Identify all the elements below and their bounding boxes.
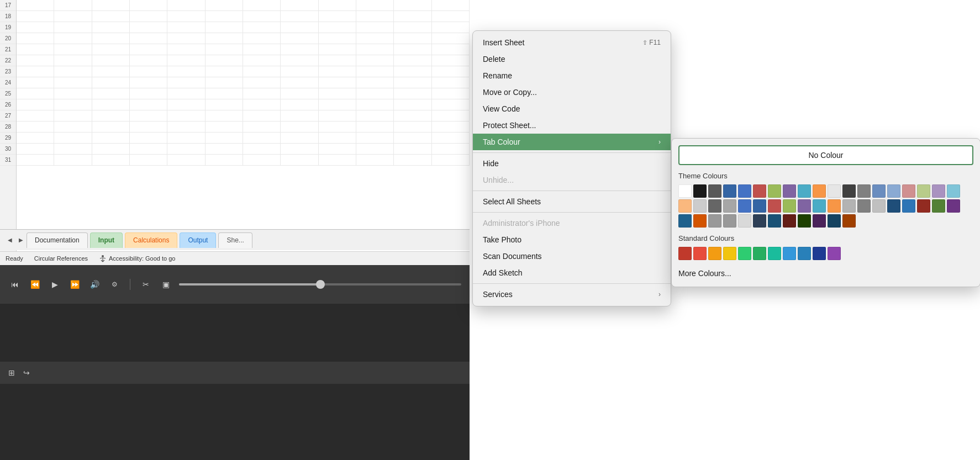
menu-item-scan-docs[interactable]: Scan Documents — [473, 248, 671, 265]
colour-swatch[interactable] — [887, 184, 900, 198]
grid-cell[interactable] — [394, 55, 431, 66]
grid-cell[interactable] — [130, 11, 167, 22]
grid-cell[interactable] — [356, 0, 394, 11]
grid-cell[interactable] — [432, 77, 470, 88]
colour-swatch[interactable] — [783, 247, 796, 260]
colour-swatch[interactable] — [723, 247, 736, 260]
grid-cell[interactable] — [167, 77, 205, 88]
colour-swatch[interactable] — [678, 247, 692, 260]
grid-cell[interactable] — [92, 55, 130, 66]
menu-item-protect-sheet[interactable]: Protect Sheet... — [473, 117, 671, 134]
grid-cell[interactable] — [432, 121, 470, 133]
grid-cell[interactable] — [130, 77, 167, 88]
menu-item-delete[interactable]: Delete — [473, 51, 671, 67]
grid-cell[interactable] — [281, 66, 318, 77]
grid-cell[interactable] — [167, 133, 205, 144]
grid-cell[interactable] — [281, 44, 318, 55]
grid-cell[interactable] — [432, 33, 470, 44]
grid-cell[interactable] — [319, 144, 356, 155]
grid-cell[interactable] — [54, 22, 92, 33]
grid-cell[interactable] — [281, 99, 318, 110]
grid-cell[interactable] — [130, 33, 167, 44]
grid-cell[interactable] — [130, 22, 167, 33]
grid-cell[interactable] — [17, 11, 54, 22]
grid-cell[interactable] — [432, 22, 470, 33]
grid-cell[interactable] — [92, 77, 130, 88]
grid-cell[interactable] — [206, 144, 243, 155]
sheet-tab-input[interactable]: Input — [90, 232, 123, 248]
grid-cell[interactable] — [243, 11, 281, 22]
grid-cell[interactable] — [206, 33, 243, 44]
grid-cell[interactable] — [167, 55, 205, 66]
colour-swatch[interactable] — [783, 214, 796, 228]
grid-cell[interactable] — [432, 144, 470, 155]
media-skip-start[interactable]: ⏮ — [8, 278, 22, 291]
menu-item-move-copy[interactable]: Move or Copy... — [473, 84, 671, 101]
grid-cell[interactable] — [243, 121, 281, 133]
colour-swatch[interactable] — [753, 184, 766, 198]
menu-item-view-code[interactable]: View Code — [473, 101, 671, 117]
colour-swatch[interactable] — [813, 247, 826, 260]
grid-cell[interactable] — [319, 110, 356, 121]
grid-cell[interactable] — [17, 66, 54, 77]
colour-swatch[interactable] — [902, 199, 915, 213]
grid-cell[interactable] — [432, 55, 470, 66]
colour-swatch[interactable] — [723, 214, 736, 228]
colour-swatch[interactable] — [872, 184, 886, 198]
colour-swatch[interactable] — [678, 214, 692, 228]
grid-cell[interactable] — [17, 110, 54, 121]
colour-swatch[interactable] — [798, 247, 811, 260]
grid-cell[interactable] — [54, 33, 92, 44]
grid-cell[interactable] — [243, 110, 281, 121]
grid-cell[interactable] — [319, 88, 356, 99]
media-rewind[interactable]: ⏪ — [28, 278, 41, 291]
grid-cell[interactable] — [356, 133, 394, 144]
grid-cell[interactable] — [281, 110, 318, 121]
grid-cell[interactable] — [243, 99, 281, 110]
grid-cell[interactable] — [206, 121, 243, 133]
media-settings[interactable]: ⚙ — [108, 278, 121, 291]
grid-cell[interactable] — [281, 144, 318, 155]
grid-cell[interactable] — [206, 77, 243, 88]
grid-cell[interactable] — [319, 22, 356, 33]
grid-cell[interactable] — [281, 11, 318, 22]
colour-swatch[interactable] — [813, 214, 826, 228]
media-fast-forward[interactable]: ⏩ — [68, 278, 81, 291]
grid-cell[interactable] — [319, 55, 356, 66]
no-colour-button[interactable]: No Colour — [678, 145, 973, 165]
grid-cell[interactable] — [130, 55, 167, 66]
grid-cell[interactable] — [243, 22, 281, 33]
grid-cell[interactable] — [394, 144, 431, 155]
grid-cell[interactable] — [130, 155, 167, 166]
colour-swatch[interactable] — [723, 184, 736, 198]
colour-swatch[interactable] — [768, 199, 781, 213]
grid-cell[interactable] — [394, 44, 431, 55]
grid-cell[interactable] — [17, 55, 54, 66]
colour-swatch[interactable] — [917, 199, 930, 213]
grid-cell[interactable] — [281, 88, 318, 99]
menu-item-add-sketch[interactable]: Add Sketch — [473, 265, 671, 281]
more-colours-button[interactable]: More Colours... — [678, 267, 973, 280]
colour-swatch[interactable] — [828, 199, 841, 213]
grid-cell[interactable] — [206, 55, 243, 66]
grid-cell[interactable] — [394, 121, 431, 133]
grid-cell[interactable] — [356, 121, 394, 133]
grid-cell[interactable] — [281, 121, 318, 133]
grid-cell[interactable] — [319, 44, 356, 55]
colour-swatch[interactable] — [798, 199, 811, 213]
grid-cell[interactable] — [17, 144, 54, 155]
colour-swatch[interactable] — [768, 214, 781, 228]
colour-swatch[interactable] — [932, 199, 945, 213]
colour-swatch[interactable] — [723, 199, 736, 213]
grid-cell[interactable] — [206, 22, 243, 33]
grid-cell[interactable] — [17, 121, 54, 133]
grid-cell[interactable] — [281, 133, 318, 144]
colour-swatch[interactable] — [768, 247, 781, 260]
grid-cell[interactable] — [167, 110, 205, 121]
grid-cell[interactable] — [394, 0, 431, 11]
colour-swatch[interactable] — [738, 214, 751, 228]
grid-cell[interactable] — [319, 11, 356, 22]
grid-cell[interactable] — [319, 0, 356, 11]
grid-cell[interactable] — [167, 66, 205, 77]
menu-item-select-all[interactable]: Select All Sheets — [473, 193, 671, 210]
